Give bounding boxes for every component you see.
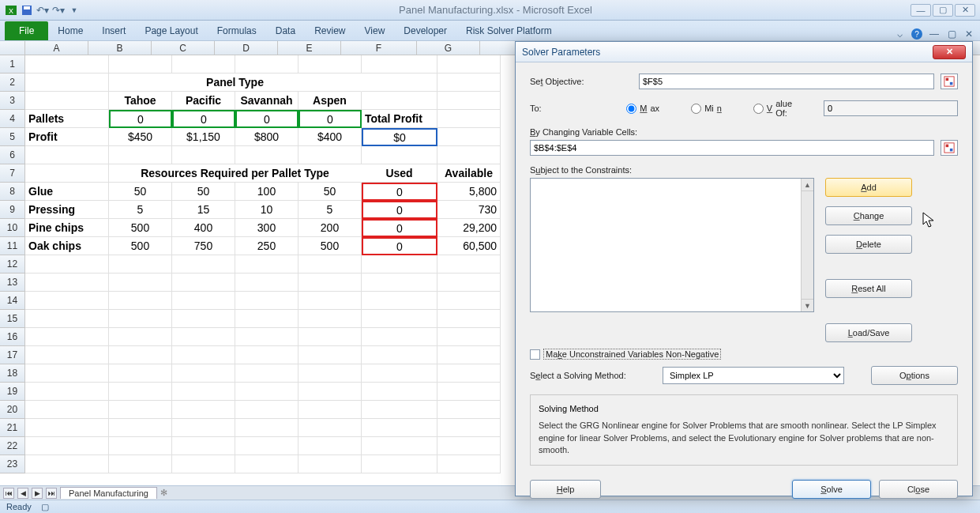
row-header[interactable]: 6: [0, 146, 25, 164]
used-cell[interactable]: 0: [362, 219, 437, 237]
ribbon-minimize-icon[interactable]: ⌵: [893, 28, 906, 40]
row-header[interactable]: 17: [0, 346, 25, 364]
cell[interactable]: [172, 437, 235, 455]
close-button[interactable]: ✕: [955, 4, 975, 17]
cell[interactable]: [172, 328, 235, 346]
cell[interactable]: [172, 346, 235, 364]
cell[interactable]: [172, 310, 235, 328]
cell[interactable]: [362, 55, 437, 74]
cell[interactable]: [299, 328, 362, 346]
cell[interactable]: [25, 164, 109, 183]
cell[interactable]: [25, 273, 109, 292]
resource-name[interactable]: Glue: [25, 183, 109, 201]
cell[interactable]: 500: [299, 237, 362, 255]
cell[interactable]: [299, 364, 362, 383]
available-cell[interactable]: 29,200: [437, 219, 501, 237]
resource-name[interactable]: Oak chips: [25, 237, 109, 255]
cell-profit[interactable]: $800: [235, 128, 299, 146]
cell[interactable]: [235, 310, 299, 328]
cell[interactable]: [109, 455, 172, 473]
radio-max-input[interactable]: [626, 104, 636, 114]
col-header[interactable]: B: [88, 41, 152, 55]
undo-icon[interactable]: ↶▾: [36, 4, 49, 17]
used-cell[interactable]: 0: [362, 237, 437, 255]
cell[interactable]: [235, 346, 299, 364]
col-header[interactable]: F: [341, 41, 417, 55]
window-close-icon[interactable]: ✕: [963, 28, 975, 40]
cell[interactable]: [235, 364, 299, 383]
cell[interactable]: [109, 273, 172, 292]
cell[interactable]: [172, 146, 235, 164]
cell[interactable]: [437, 455, 501, 473]
cell[interactable]: [172, 419, 235, 437]
solve-button[interactable]: Solve: [792, 480, 871, 499]
radio-valueof-input[interactable]: [753, 104, 764, 114]
cell[interactable]: [362, 273, 437, 292]
cell[interactable]: [25, 146, 109, 164]
cell[interactable]: [25, 292, 109, 310]
cell-profit[interactable]: $450: [109, 128, 172, 146]
macro-record-icon[interactable]: ▢: [41, 502, 49, 512]
cell[interactable]: [172, 383, 235, 401]
tab-nav-last[interactable]: ⏭: [46, 488, 57, 499]
row-header[interactable]: 4: [0, 110, 25, 128]
cell[interactable]: [25, 310, 109, 328]
cell[interactable]: [299, 346, 362, 364]
cell[interactable]: [172, 55, 235, 74]
row-header[interactable]: 5: [0, 128, 25, 146]
row-header[interactable]: 10: [0, 219, 25, 237]
cell[interactable]: 50: [109, 183, 172, 201]
cell[interactable]: [235, 383, 299, 401]
cell[interactable]: [362, 364, 437, 383]
available-label[interactable]: Available: [437, 164, 501, 183]
window-restore-icon[interactable]: ▢: [945, 28, 958, 40]
cell[interactable]: [109, 383, 172, 401]
cell[interactable]: [235, 328, 299, 346]
cell[interactable]: [362, 401, 437, 419]
cell[interactable]: [437, 310, 501, 328]
load-save-button[interactable]: Load/Save: [825, 323, 912, 342]
cell[interactable]: 5: [109, 201, 172, 219]
cell[interactable]: [109, 328, 172, 346]
row-header[interactable]: 3: [0, 92, 25, 110]
close-dialog-button[interactable]: Close: [879, 480, 958, 499]
cell[interactable]: [362, 146, 437, 164]
help-button[interactable]: Help: [530, 480, 601, 499]
value-of-input[interactable]: [824, 100, 958, 116]
cell[interactable]: [172, 364, 235, 383]
resource-name[interactable]: Pine chips: [25, 219, 109, 237]
cell[interactable]: [235, 455, 299, 473]
row-header[interactable]: 15: [0, 310, 25, 328]
checkbox-icon[interactable]: [530, 349, 540, 360]
panel-type-header[interactable]: Panel Type: [109, 74, 362, 92]
available-cell[interactable]: 60,500: [437, 237, 501, 255]
radio-max[interactable]: Max: [626, 104, 659, 114]
cell[interactable]: [235, 255, 299, 273]
used-cell[interactable]: 0: [362, 201, 437, 219]
cell[interactable]: [25, 92, 109, 110]
cell[interactable]: [172, 255, 235, 273]
cell[interactable]: [362, 92, 437, 110]
row-header[interactable]: 9: [0, 201, 25, 219]
row-header[interactable]: 2: [0, 74, 25, 92]
cell[interactable]: 200: [299, 219, 362, 237]
cell[interactable]: 50: [299, 183, 362, 201]
change-button[interactable]: Change: [825, 206, 912, 225]
total-profit-label[interactable]: Total Profit: [362, 110, 437, 128]
cell[interactable]: [25, 346, 109, 364]
cell[interactable]: Pacific: [172, 92, 235, 110]
cell[interactable]: [25, 255, 109, 273]
tab-file[interactable]: File: [5, 21, 48, 40]
cell[interactable]: [172, 273, 235, 292]
row-header[interactable]: 21: [0, 419, 25, 437]
cell-pallets[interactable]: 0: [299, 110, 362, 128]
row-header[interactable]: 7: [0, 164, 25, 183]
cell[interactable]: [25, 419, 109, 437]
cell[interactable]: [299, 273, 362, 292]
select-all-corner[interactable]: [0, 41, 25, 55]
cell[interactable]: [25, 364, 109, 383]
radio-min-input[interactable]: [691, 104, 701, 114]
used-label[interactable]: Used: [362, 164, 437, 183]
row-header[interactable]: 13: [0, 273, 25, 292]
cell[interactable]: [25, 401, 109, 419]
